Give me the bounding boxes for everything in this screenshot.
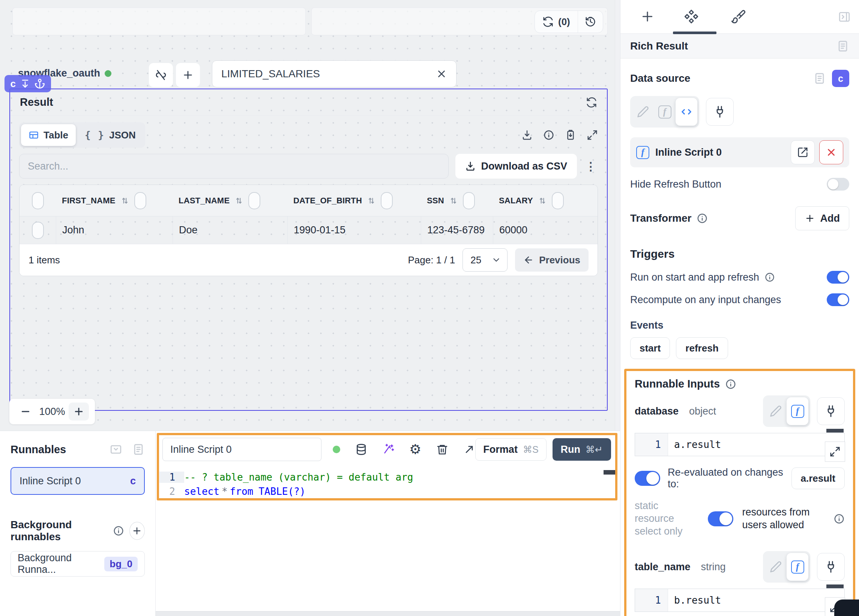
resources-from-users-toggle[interactable] [708, 511, 733, 526]
download-csv-button[interactable]: Download as CSV [455, 154, 577, 178]
refresh-button[interactable]: (0) [535, 11, 578, 33]
static-mode-pencil-icon[interactable] [765, 400, 787, 423]
info-icon[interactable] [725, 378, 736, 390]
row-checkbox[interactable] [32, 222, 44, 239]
recompute-toggle[interactable] [827, 293, 849, 306]
script-name-input[interactable] [162, 438, 322, 461]
anchor-icon[interactable] [34, 78, 45, 89]
clear-input-icon[interactable] [436, 68, 447, 80]
docs-icon[interactable] [837, 40, 849, 53]
editor-horizontal-scrollbar[interactable] [156, 611, 620, 616]
code-mode-icon[interactable] [676, 98, 697, 126]
fx-mode-icon[interactable]: f [787, 397, 808, 425]
select-all-checkbox[interactable] [32, 192, 44, 210]
table-name-input[interactable] [221, 68, 436, 80]
runnable-item-inline-script-0[interactable]: Inline Script 0 c [11, 467, 145, 495]
page-size-select[interactable]: 25 [462, 249, 508, 272]
tab-table[interactable]: Table [21, 124, 76, 146]
result-refresh-icon[interactable] [586, 97, 597, 108]
run-on-start-toggle[interactable] [827, 271, 849, 284]
connect-input-plug-button[interactable] [817, 553, 845, 581]
add-background-runnable-button[interactable] [130, 522, 145, 540]
ai-wand-icon[interactable] [382, 443, 394, 455]
table-name-expression-editor[interactable]: 1 b.result [635, 589, 845, 612]
collapse-sidebar-icon[interactable] [838, 11, 851, 23]
template-mode-fx-icon[interactable]: f [654, 100, 676, 124]
event-start-pill[interactable]: start [630, 337, 670, 359]
unlink-button[interactable] [149, 63, 173, 87]
table-name-field [212, 60, 456, 88]
info-icon[interactable] [113, 525, 124, 536]
add-button[interactable] [176, 63, 200, 87]
zoom-in-button[interactable] [69, 403, 89, 421]
expand-icon[interactable] [587, 130, 598, 141]
connect-input-plug-button[interactable] [817, 397, 845, 425]
canvas-scrollbar[interactable] [615, 0, 620, 431]
sort-icon[interactable] [537, 196, 547, 206]
column-toggle[interactable] [134, 192, 146, 210]
reevaluate-toggle[interactable] [635, 471, 660, 486]
history-button[interactable] [578, 11, 603, 33]
code-editor[interactable]: 1 -- ? table_name (varchar) = default ar… [159, 470, 610, 499]
component-settings-tab[interactable] [683, 9, 699, 25]
floating-widget-corner[interactable] [834, 599, 859, 616]
background-runnable-item[interactable]: Background Runna... bg_0 [11, 551, 145, 577]
collapse-panel-icon[interactable] [109, 443, 122, 456]
database-expression-editor[interactable]: 1 a.result [635, 433, 845, 456]
run-button[interactable]: Run ⌘↵ [553, 438, 611, 461]
dependency-pill[interactable]: a.result [792, 467, 845, 489]
zoom-out-button[interactable] [16, 403, 36, 421]
hide-refresh-toggle[interactable] [827, 178, 849, 191]
previous-page-button[interactable]: Previous [515, 249, 589, 272]
column-header[interactable]: FIRST_NAME [62, 196, 116, 206]
column-header[interactable]: SSN [427, 196, 444, 206]
expand-editor-icon[interactable] [463, 443, 475, 455]
empty-component-placeholder-1[interactable] [12, 8, 306, 35]
insert-component-tab[interactable] [640, 9, 655, 24]
fx-mode-icon[interactable]: f [787, 553, 808, 581]
sort-icon[interactable] [449, 196, 458, 206]
editor-scrollbar-thumb[interactable] [604, 470, 616, 475]
sort-icon[interactable] [367, 196, 376, 206]
static-mode-pencil-icon[interactable] [765, 555, 787, 578]
info-icon[interactable] [543, 130, 554, 141]
docs-icon[interactable] [813, 72, 826, 85]
event-refresh-pill[interactable]: refresh [676, 337, 728, 359]
settings-gear-icon[interactable]: ⚙ [409, 443, 421, 456]
detach-script-button[interactable] [819, 140, 843, 164]
trash-icon[interactable] [436, 443, 448, 455]
sort-icon[interactable] [120, 196, 130, 206]
column-header[interactable]: LAST_NAME [178, 196, 230, 206]
styling-tab[interactable] [730, 9, 746, 25]
column-header[interactable]: DATE_OF_BIRTH [293, 196, 362, 206]
info-icon[interactable] [764, 272, 775, 283]
table-row[interactable]: John Doe 1990-01-15 123-45-6789 60000 [20, 216, 598, 244]
format-button[interactable]: Format ⌘S [475, 438, 546, 461]
column-toggle[interactable] [552, 192, 564, 210]
scrollbar-thumb[interactable] [826, 585, 843, 588]
app-canvas[interactable]: (0) snowflake_oauth c Re [0, 0, 620, 431]
kebab-menu-icon[interactable]: ⋮ [584, 160, 598, 173]
tab-json[interactable]: { } JSON [77, 124, 143, 146]
connect-input-plug-button[interactable] [706, 98, 734, 126]
rich-result-component[interactable]: Result Table { } JSON [9, 89, 608, 411]
expand-expression-button[interactable] [825, 442, 845, 462]
sort-icon[interactable] [234, 196, 244, 206]
download-icon[interactable] [522, 130, 533, 141]
open-script-button[interactable] [791, 140, 815, 164]
column-header[interactable]: SALARY [499, 196, 533, 206]
info-icon[interactable] [834, 513, 845, 524]
scrollbar-thumb[interactable] [826, 429, 843, 433]
add-transformer-button[interactable]: Add [795, 206, 849, 230]
column-toggle[interactable] [381, 192, 393, 210]
database-icon[interactable] [355, 443, 367, 455]
column-toggle[interactable] [463, 192, 475, 210]
info-icon[interactable] [697, 213, 708, 224]
docs-icon[interactable] [132, 443, 145, 456]
attached-script-bar[interactable]: f Inline Script 0 [630, 137, 849, 167]
copy-result-icon[interactable] [565, 130, 576, 141]
table-search-input[interactable] [28, 161, 440, 172]
column-toggle[interactable] [248, 192, 260, 210]
static-mode-pencil-icon[interactable] [632, 100, 654, 124]
move-down-icon[interactable] [20, 78, 30, 89]
